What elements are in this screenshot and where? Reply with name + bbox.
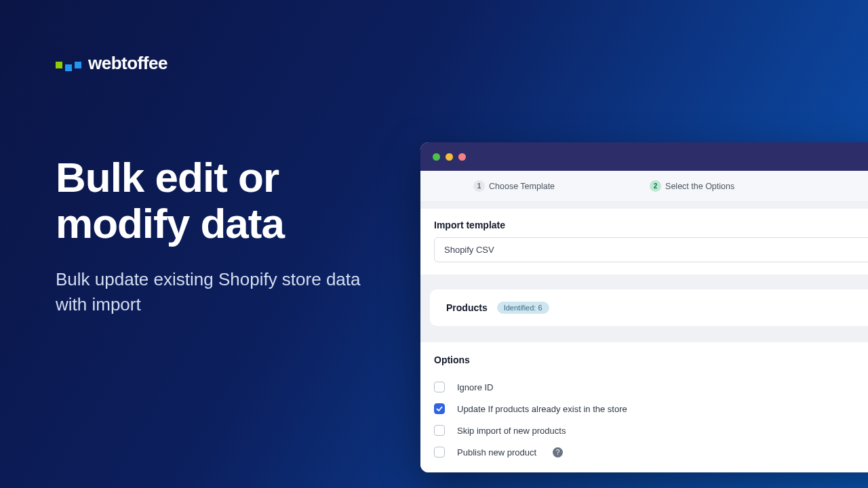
options-panel: Options Ignore ID Update If products alr… — [420, 342, 868, 472]
checkbox-icon[interactable] — [434, 382, 445, 392]
import-template-title: Import template — [434, 220, 868, 230]
logo-marks — [56, 59, 81, 68]
import-template-value: Shopify CSV — [444, 245, 494, 255]
options-title: Options — [434, 354, 868, 365]
option-publish-new[interactable]: Publish new product ? — [434, 441, 868, 463]
hero-subtitle: Bulk update existing Shopify store data … — [56, 267, 381, 317]
step-number: 2 — [650, 180, 661, 192]
hero-title: Bulk edit or modify data — [56, 155, 381, 247]
step-select-options[interactable]: 2 Select the Options — [650, 180, 734, 192]
step-choose-template[interactable]: 1 Choose Template — [473, 180, 555, 192]
products-label: Products — [446, 302, 488, 313]
window-minimize-icon[interactable] — [446, 153, 453, 161]
option-ignore-id[interactable]: Ignore ID — [434, 376, 868, 398]
window-titlebar — [420, 142, 868, 171]
stepper: 1 Choose Template 2 Select the Options 3… — [420, 171, 868, 202]
option-label: Update If products already exist in the … — [457, 404, 627, 414]
checkbox-icon[interactable] — [434, 425, 445, 436]
step-label: Choose Template — [489, 182, 555, 191]
checkbox-icon[interactable] — [434, 403, 445, 414]
step-number: 1 — [473, 180, 485, 192]
products-summary: Products Identified: 6 — [430, 289, 868, 326]
products-identified-badge: Identified: 6 — [497, 302, 549, 314]
import-template-select[interactable]: Shopify CSV — [434, 237, 868, 262]
option-label: Skip import of new products — [457, 426, 566, 436]
option-label: Publish new product — [457, 447, 536, 458]
window-maximize-icon[interactable] — [458, 153, 466, 161]
checkbox-icon[interactable] — [434, 447, 445, 458]
step-label: Select the Options — [665, 182, 734, 191]
logo-text: webtoffee — [88, 53, 167, 74]
option-update-existing[interactable]: Update If products already exist in the … — [434, 398, 868, 420]
brand-logo: webtoffee — [56, 53, 167, 74]
option-skip-new[interactable]: Skip import of new products — [434, 420, 868, 441]
help-icon[interactable]: ? — [553, 447, 563, 458]
import-template-panel: Import template Shopify CSV — [420, 209, 868, 274]
window-close-icon[interactable] — [433, 153, 440, 161]
app-window: 1 Choose Template 2 Select the Options 3… — [420, 142, 868, 472]
option-label: Ignore ID — [457, 382, 493, 392]
hero: Bulk edit or modify data Bulk update exi… — [56, 155, 381, 317]
